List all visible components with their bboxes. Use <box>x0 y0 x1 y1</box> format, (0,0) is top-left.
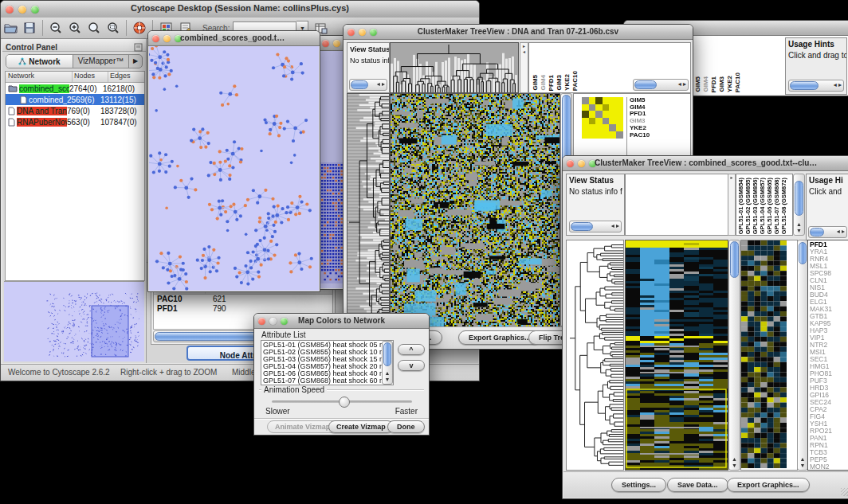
minimize-icon[interactable] <box>163 35 171 42</box>
treeview1-row-dendrogram[interactable] <box>347 93 390 327</box>
column-label[interactable]: PFD1 <box>711 76 717 92</box>
treeview1-heatmap[interactable] <box>390 93 560 327</box>
resize-grip[interactable] <box>841 488 848 496</box>
column-label[interactable]: GPL51-04 (GSM857) <box>760 178 766 234</box>
export-graphics-button[interactable]: Export Graphics... <box>727 478 810 492</box>
close-icon[interactable] <box>258 318 265 325</box>
minimize-icon[interactable] <box>18 6 26 14</box>
matrix-cell[interactable] <box>589 97 596 104</box>
usage-hints-hscrollbar[interactable]: ◂ ▸ <box>808 226 847 238</box>
treeview2-gene-labels[interactable]: PFD1YRA1RNR4MSL1SPC98CLN1NIS1BUD4ELG1MAK… <box>808 240 848 471</box>
column-label[interactable]: GIM3 <box>719 76 725 92</box>
create-vizmap-button[interactable]: Create Vizmap <box>328 420 394 433</box>
treeview1-row-labels[interactable]: GIM5GIM4PFD1GIM3YKE2PAC10 <box>630 97 650 139</box>
matrix-cell[interactable] <box>603 118 610 125</box>
open-file-icon[interactable] <box>2 21 18 36</box>
column-label[interactable]: GPL51-01 (GSM854) <box>738 178 744 234</box>
dialog-titlebar[interactable]: Map Colors to Network <box>254 314 429 329</box>
matrix-cell[interactable] <box>582 118 589 125</box>
treeview3-column-labels[interactable]: GIM5GIM4PFD1GIM3YKE2PAC10 <box>695 72 741 92</box>
treeview2-row-dendrogram[interactable] <box>566 240 624 471</box>
row-label[interactable]: PAC10 <box>630 132 650 139</box>
matrix-cell[interactable] <box>582 124 589 131</box>
column-label[interactable]: GIM5 <box>695 76 701 92</box>
move-down-button[interactable]: v <box>398 360 425 371</box>
column-label[interactable]: GIM3 <box>556 75 563 91</box>
close-icon[interactable] <box>6 6 14 14</box>
settings-button[interactable]: Settings... <box>611 478 666 492</box>
matrix-cell[interactable] <box>589 131 596 139</box>
treeview1-column-labels[interactable]: GIM5GIM4PFD1GIM3YKE2PAC10 <box>532 71 579 91</box>
tab-network[interactable]: Network <box>6 55 73 68</box>
matrix-cell[interactable] <box>609 131 616 139</box>
zoom-fit-icon[interactable] <box>105 21 121 36</box>
treeview2-zoom-vscrollbar[interactable]: ▲▼ <box>797 240 808 471</box>
matrix-cell[interactable] <box>616 131 623 139</box>
matrix-cell[interactable] <box>589 111 596 118</box>
view-status-hscrollbar[interactable]: ◂ ▸ <box>349 79 387 91</box>
treeview2-column-tree-panel[interactable] <box>625 174 728 236</box>
treeview1-zoom-hscrollbar[interactable]: ◂ ▸ <box>633 79 689 91</box>
save-data-button[interactable]: Save Data... <box>667 478 728 492</box>
matrix-cell[interactable] <box>603 124 610 131</box>
matrix-cell[interactable] <box>609 124 616 131</box>
help-lifebuoy-icon[interactable] <box>132 21 147 36</box>
matrix-cell[interactable] <box>589 104 596 111</box>
close-icon[interactable] <box>567 160 574 167</box>
treeview2-zoom-heatmap[interactable] <box>741 240 787 468</box>
treeview2-column-labels[interactable]: GPL51-01 (GSM854)GPL51-02 (GSM855)GPL51-… <box>738 178 787 234</box>
treeview1-zoom-matrix[interactable] <box>582 97 623 139</box>
minimize-icon[interactable] <box>333 40 340 47</box>
column-label[interactable]: YKE2 <box>564 74 571 91</box>
network-table-row[interactable]: combined_sco 2569(6) 13112(15) <box>6 94 144 105</box>
col-header-nodes[interactable]: Nodes <box>73 72 108 82</box>
done-button[interactable]: Done <box>387 420 425 433</box>
tab-overflow-button[interactable]: ▶ <box>129 55 142 68</box>
column-label[interactable]: GPL51-02 (GSM855) <box>745 178 752 234</box>
treeview1-tree-strip[interactable]: ▸◂ <box>520 42 528 93</box>
slider-thumb[interactable] <box>339 397 350 408</box>
tab-vizmapper[interactable]: VizMapper™ <box>73 55 129 68</box>
matrix-cell[interactable] <box>609 104 616 111</box>
treeview1-column-dendrogram[interactable] <box>390 42 519 93</box>
minimize-icon[interactable] <box>359 29 366 36</box>
column-label[interactable]: GPL51-07 (GSM868) <box>774 178 780 234</box>
matrix-cell[interactable] <box>616 111 623 118</box>
network1-canvas[interactable] <box>149 46 319 291</box>
matrix-cell[interactable] <box>595 124 603 131</box>
matrix-cell[interactable] <box>609 97 616 104</box>
matrix-cell[interactable] <box>603 104 610 111</box>
network-table-row[interactable]: combined_scores 2764(0) 16218(0) <box>6 83 144 94</box>
close-icon[interactable] <box>347 29 355 36</box>
column-label[interactable]: GIM5 <box>532 75 539 91</box>
treeview1-titlebar[interactable]: ClusterMaker TreeView : DNA and Tran 07-… <box>344 25 693 40</box>
minimize-icon[interactable] <box>269 318 277 325</box>
col-header-network[interactable]: Network <box>6 72 73 82</box>
gene-label[interactable]: MON2 <box>810 463 848 471</box>
col-header-edges[interactable]: Edges <box>108 72 144 82</box>
matrix-cell[interactable] <box>616 97 623 104</box>
column-label[interactable]: GPL51-08 (GSM872) <box>781 178 787 234</box>
animate-vizmap-button[interactable]: Animate Vizmap <box>267 420 338 433</box>
treeview2-heatmap[interactable] <box>625 240 728 471</box>
matrix-cell[interactable] <box>595 104 603 111</box>
birdseye-view[interactable] <box>4 281 144 361</box>
matrix-cell[interactable] <box>609 118 616 125</box>
matrix-cell[interactable] <box>603 111 610 118</box>
attribute-list-vscrollbar[interactable]: ▲▼ <box>382 341 393 385</box>
matrix-cell[interactable] <box>582 104 589 111</box>
treeview2-titlebar[interactable]: ClusterMaker TreeView : combined_scores_… <box>563 156 848 171</box>
save-icon[interactable] <box>22 21 37 36</box>
column-label[interactable]: PFD1 <box>548 75 555 91</box>
move-up-button[interactable]: ^ <box>398 344 425 355</box>
animation-speed-slider[interactable] <box>272 400 412 403</box>
close-icon[interactable] <box>152 35 159 42</box>
minimize-icon[interactable] <box>578 160 585 167</box>
matrix-cell[interactable] <box>603 131 610 139</box>
treeview2-heatmap-vscrollbar[interactable]: ▲▼ <box>728 240 740 471</box>
column-label[interactable]: YKE2 <box>727 76 733 92</box>
column-label[interactable]: GPL51-03 (GSM856) <box>752 178 759 234</box>
attribute-item[interactable]: GPL51-07 (GSM868) heat shock 60 min <box>261 377 393 385</box>
column-label[interactable]: PAC10 <box>735 72 741 92</box>
matrix-cell[interactable] <box>603 97 610 104</box>
